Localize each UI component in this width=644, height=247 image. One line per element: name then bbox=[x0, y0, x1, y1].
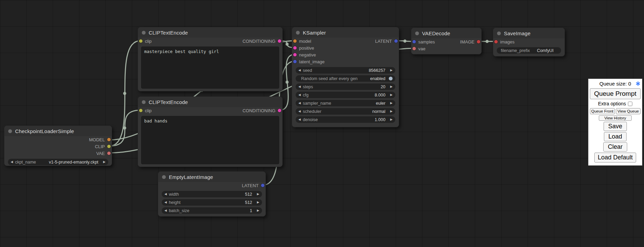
node-collapse-dot[interactable] bbox=[142, 31, 146, 35]
widget-decrement-arrow[interactable]: ◀ bbox=[11, 160, 13, 164]
widget-decrement-arrow[interactable]: ◀ bbox=[164, 193, 167, 196]
input-slot-clip[interactable]: clip bbox=[138, 39, 152, 44]
node-clip-text-encode-negative[interactable]: CLIPTextEncode clip CONDITIONING bad han… bbox=[138, 96, 283, 167]
widget-increment-arrow[interactable]: ▶ bbox=[390, 110, 393, 113]
settings-icon[interactable] bbox=[636, 81, 640, 87]
output-slot-conditioning[interactable]: CONDITIONING bbox=[243, 108, 282, 113]
sampler-name-widget[interactable]: ◀ sampler_name euler ▶ bbox=[296, 100, 395, 106]
node-collapse-dot[interactable] bbox=[8, 129, 12, 133]
queue-prompt-button[interactable]: Queue Prompt bbox=[590, 88, 641, 99]
width-widget[interactable]: ◀ width 512 ▶ bbox=[162, 191, 262, 197]
latent-output-dot[interactable] bbox=[394, 39, 398, 43]
height-widget[interactable]: ◀ height 512 ▶ bbox=[162, 199, 262, 206]
images-input-dot[interactable] bbox=[494, 40, 498, 43]
output-slot-latent[interactable]: LATENT bbox=[242, 183, 265, 188]
queue-front-button[interactable]: Queue Front bbox=[590, 108, 615, 114]
node-checkpoint-loader[interactable]: CheckpointLoaderSimple MODEL CLIP VAE ◀ … bbox=[4, 126, 112, 166]
output-slot-clip[interactable]: CLIP bbox=[95, 144, 112, 149]
input-slot-positive[interactable]: positive bbox=[292, 46, 314, 51]
latent-image-input-dot[interactable] bbox=[293, 60, 297, 63]
output-slot-model[interactable]: MODEL bbox=[89, 137, 112, 142]
node-collapse-dot[interactable] bbox=[296, 31, 300, 35]
filename-prefix-widget[interactable]: filename_prefix ComfyUI bbox=[497, 47, 561, 54]
node-title-bar[interactable]: CLIPTextEncode bbox=[138, 27, 282, 38]
negative-prompt-textarea[interactable]: bad hands bbox=[141, 116, 279, 164]
widget-increment-arrow[interactable]: ▶ bbox=[103, 160, 106, 164]
input-slot-model[interactable]: model bbox=[292, 39, 311, 44]
conditioning-output-dot[interactable] bbox=[278, 39, 281, 43]
widget-increment-arrow[interactable]: ▶ bbox=[390, 69, 393, 72]
negative-input-dot[interactable] bbox=[293, 53, 297, 56]
clip-output-dot[interactable] bbox=[107, 145, 111, 148]
samples-input-dot[interactable] bbox=[412, 40, 416, 43]
node-save-image[interactable]: SaveImage images filename_prefix ComfyUI bbox=[493, 28, 565, 56]
node-collapse-dot[interactable] bbox=[497, 31, 501, 35]
output-slot-conditioning[interactable]: CONDITIONING bbox=[243, 39, 282, 44]
steps-widget[interactable]: ◀ steps 20 ▶ bbox=[296, 83, 395, 90]
widget-increment-arrow[interactable]: ▶ bbox=[390, 102, 393, 105]
widget-decrement-arrow[interactable]: ◀ bbox=[164, 209, 167, 212]
widget-increment-arrow[interactable]: ▶ bbox=[257, 193, 259, 196]
output-slot-image[interactable]: IMAGE bbox=[460, 39, 481, 44]
scheduler-widget[interactable]: ◀ scheduler normal ▶ bbox=[296, 108, 395, 115]
node-title-bar[interactable]: CheckpointLoaderSimple bbox=[4, 126, 112, 136]
ckpt-name-widget[interactable]: ◀ ckpt_name v1-5-pruned-emaonly.ckpt ▶ bbox=[8, 159, 108, 165]
denoise-widget[interactable]: ◀ denoise 1.000 ▶ bbox=[296, 116, 395, 123]
positive-prompt-textarea[interactable]: masterpiece best quality girl bbox=[141, 47, 279, 89]
widget-increment-arrow[interactable]: ▶ bbox=[390, 85, 393, 88]
node-collapse-dot[interactable] bbox=[162, 175, 166, 179]
clip-input-dot[interactable] bbox=[139, 39, 143, 43]
input-slot-negative[interactable]: negative bbox=[292, 52, 316, 57]
load-button[interactable]: Load bbox=[604, 132, 627, 141]
widget-decrement-arrow[interactable]: ◀ bbox=[298, 69, 301, 72]
model-output-dot[interactable] bbox=[107, 138, 111, 141]
node-title-bar[interactable]: EmptyLatentImage bbox=[158, 172, 265, 182]
vae-input-dot[interactable] bbox=[412, 47, 416, 50]
widget-decrement-arrow[interactable]: ◀ bbox=[298, 93, 301, 96]
conditioning-output-dot[interactable] bbox=[278, 109, 281, 112]
input-slot-clip[interactable]: clip bbox=[138, 108, 152, 113]
clear-button[interactable]: Clear bbox=[603, 142, 627, 152]
widget-increment-arrow[interactable]: ▶ bbox=[257, 201, 259, 204]
node-vae-decode[interactable]: VAEDecode samples IMAGE vae bbox=[411, 28, 482, 54]
widget-decrement-arrow[interactable]: ◀ bbox=[298, 102, 301, 105]
output-slot-latent[interactable]: LATENT bbox=[375, 39, 399, 44]
clip-input-dot[interactable] bbox=[139, 109, 143, 112]
seed-widget[interactable]: ◀ seed 8566257 ▶ bbox=[296, 67, 395, 74]
node-empty-latent-image[interactable]: EmptyLatentImage LATENT ◀ width 512 ▶ ◀ … bbox=[158, 171, 266, 217]
positive-input-dot[interactable] bbox=[293, 46, 297, 50]
node-ksampler[interactable]: KSampler model LATENT positive negative bbox=[292, 27, 399, 127]
widget-increment-arrow[interactable]: ▶ bbox=[390, 93, 393, 96]
widget-decrement-arrow[interactable]: ◀ bbox=[298, 85, 301, 88]
toggle-dot[interactable] bbox=[389, 77, 393, 80]
widget-decrement-arrow[interactable]: ◀ bbox=[164, 201, 167, 204]
load-default-button[interactable]: Load Default bbox=[594, 153, 636, 162]
extra-options-checkbox[interactable] bbox=[628, 102, 632, 106]
node-collapse-dot[interactable] bbox=[142, 100, 146, 104]
input-slot-latent-image[interactable]: latent_image bbox=[292, 59, 324, 64]
node-collapse-dot[interactable] bbox=[415, 31, 419, 35]
input-slot-samples[interactable]: samples bbox=[411, 39, 435, 44]
widget-decrement-arrow[interactable]: ◀ bbox=[298, 110, 301, 113]
node-graph-canvas[interactable]: CheckpointLoaderSimple MODEL CLIP VAE ◀ … bbox=[0, 0, 644, 247]
latent-output-dot[interactable] bbox=[261, 184, 264, 187]
output-slot-vae[interactable]: VAE bbox=[96, 151, 112, 156]
image-output-dot[interactable] bbox=[477, 40, 480, 43]
input-slot-images[interactable]: images bbox=[493, 39, 515, 44]
node-title-bar[interactable]: SaveImage bbox=[493, 28, 565, 38]
node-title-bar[interactable]: CLIPTextEncode bbox=[138, 97, 282, 107]
random-seed-toggle-widget[interactable]: Random seed after every gen enabled bbox=[296, 75, 395, 82]
node-title-bar[interactable]: VAEDecode bbox=[411, 28, 481, 38]
node-title-bar[interactable]: KSampler bbox=[292, 27, 399, 38]
input-slot-vae[interactable]: vae bbox=[411, 46, 425, 51]
widget-increment-arrow[interactable]: ▶ bbox=[257, 209, 259, 212]
view-history-button[interactable]: View History bbox=[599, 115, 632, 121]
widget-increment-arrow[interactable]: ▶ bbox=[390, 118, 393, 121]
cfg-widget[interactable]: ◀ cfg 8.000 ▶ bbox=[296, 92, 395, 98]
widget-decrement-arrow[interactable]: ◀ bbox=[298, 118, 301, 121]
view-queue-button[interactable]: View Queue bbox=[616, 108, 641, 114]
batch-size-widget[interactable]: ◀ batch_size 1 ▶ bbox=[162, 207, 262, 214]
save-button[interactable]: Save bbox=[604, 122, 627, 131]
vae-output-dot[interactable] bbox=[107, 152, 111, 155]
node-clip-text-encode-positive[interactable]: CLIPTextEncode clip CONDITIONING masterp… bbox=[138, 27, 283, 91]
